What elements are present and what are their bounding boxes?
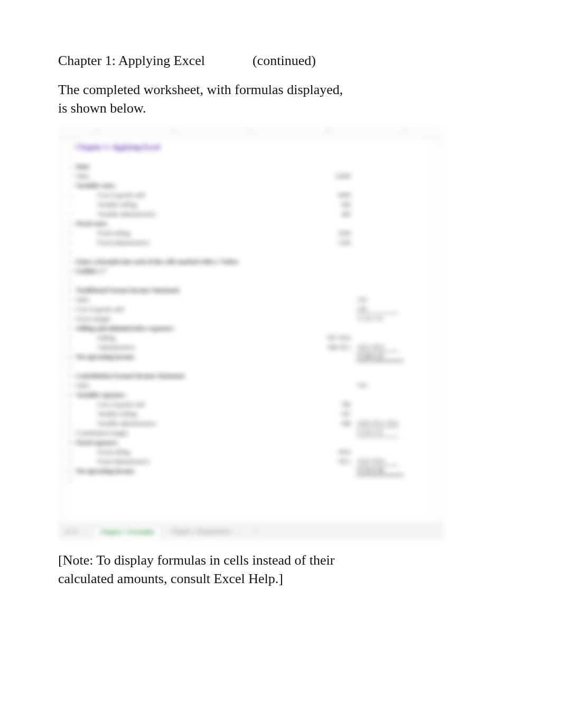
note-paragraph: [Note: To display formulas in cells inst… — [58, 551, 354, 588]
data-row: 4Sales12000 — [66, 171, 436, 181]
data-heading: 3 Data — [66, 162, 436, 171]
col-letter: E — [367, 127, 444, 138]
tab-nav-arrows[interactable]: ◀ ▶ … — [64, 528, 89, 536]
stmt-row: 36Fixed administrative=B11=B35+B36 — [66, 457, 436, 466]
sheet-tab[interactable]: Chapter 1 Requirement … — [166, 526, 244, 538]
traditional-heading: 17Traditional Format Income Statement — [66, 285, 436, 295]
instruction-row: 13Enter a formula into each of the cells… — [66, 257, 436, 266]
data-row: 5Variable costs: — [66, 181, 436, 190]
col-letter: C — [212, 127, 289, 138]
document-page: Chapter 1: Applying Excel (continued) Th… — [0, 0, 561, 728]
data-row: 9Fixed costs: — [66, 219, 436, 228]
instruction-row-2: 14Exhibit 1-7 — [66, 266, 436, 276]
stmt-row: 33Contribution margin=C28-C32 — [66, 428, 436, 438]
sheet-body: 1 Chapter 1: Applying Excel 2 3 Data 4Sa… — [58, 139, 444, 485]
page-header: Chapter 1: Applying Excel (continued) — [58, 53, 503, 69]
col-letter: B — [135, 127, 212, 138]
stmt-row: 19Cost of goods sold=B6 — [66, 305, 436, 314]
intro-paragraph: The completed worksheet, with formulas d… — [58, 80, 354, 117]
data-row: 8Variable administrative400 — [66, 209, 436, 219]
col-letter: A — [58, 127, 135, 138]
stmt-row: 21Selling and administrative expenses: — [66, 324, 436, 333]
worksheet-title: Chapter 1: Applying Excel — [76, 143, 298, 152]
worksheet-screenshot: A B C D E 1 Chapter 1: Applying Excel 2 … — [58, 127, 444, 539]
stmt-row: 18Sales=B4 — [66, 295, 436, 305]
column-header-row: A B C D E — [58, 127, 444, 139]
col-letter: D — [289, 127, 367, 138]
stmt-row: 29Variable expenses: — [66, 390, 436, 400]
stmt-row: 24Net operating income=C20-C23 — [66, 352, 436, 362]
worksheet-title-row: 1 Chapter 1: Applying Excel — [66, 143, 436, 152]
tab-more-icon[interactable]: … — [82, 528, 89, 536]
continued-label: (continued) — [253, 53, 316, 69]
sheet-tab-active[interactable]: Chapter 1 Formulas — [94, 526, 161, 538]
chapter-title: Chapter 1: Applying Excel — [58, 53, 205, 69]
arrow-right-icon[interactable]: ▶ — [73, 528, 78, 536]
data-row: 10Fixed selling2500 — [66, 228, 436, 238]
stmt-row: 34Fixed expenses: — [66, 438, 436, 447]
stmt-row: 37Net operating income=C33-C36 — [66, 466, 436, 476]
stmt-row: 31Variable selling=B7 — [66, 409, 436, 419]
add-sheet-button[interactable]: + — [249, 526, 263, 538]
stmt-row: 32Variable administrative=B8=B30+B31+B32 — [66, 419, 436, 428]
stmt-row: 20Gross margin=C18-C19 — [66, 314, 436, 324]
data-row: 6Cost of goods sold6000 — [66, 190, 436, 200]
stmt-row: 22Selling=B7+B10 — [66, 333, 436, 343]
stmt-row: 23Administrative=B8+B11=B22+B23 — [66, 343, 436, 352]
data-row: 7Variable selling600 — [66, 200, 436, 209]
stmt-row: 30Cost of goods sold=B6 — [66, 400, 436, 409]
contribution-heading: 27Contribution Format Income Statement — [66, 371, 436, 381]
stmt-row: 28Sales=B4 — [66, 381, 436, 390]
data-row: 11Fixed administrative1500 — [66, 238, 436, 247]
sheet-tab-bar: ◀ ▶ … Chapter 1 Formulas Chapter 1 Requi… — [58, 523, 444, 539]
stmt-row: 35Fixed selling=B10 — [66, 447, 436, 457]
arrow-left-icon[interactable]: ◀ — [64, 528, 69, 536]
